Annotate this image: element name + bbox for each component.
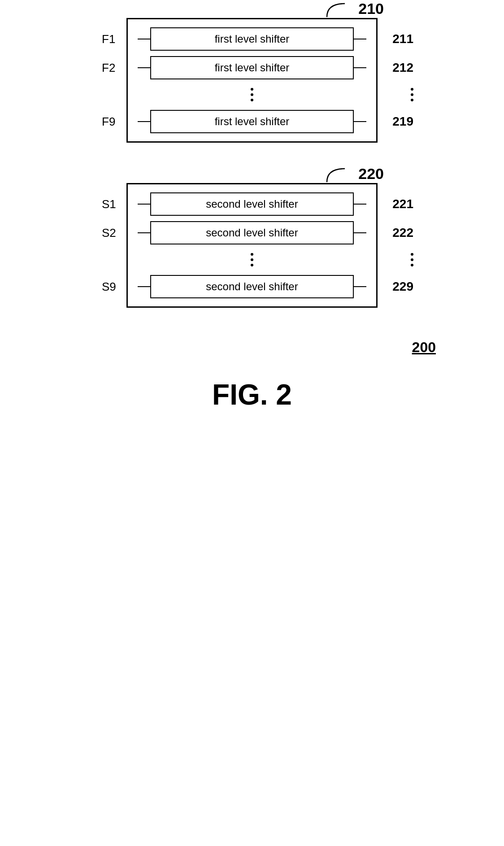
block-210-border: F1 first level shifter 211 F2 first leve…: [126, 18, 378, 143]
diagram-container: 210 F1 first level shifter 211 F2 first …: [50, 18, 454, 411]
left-line-s1: [138, 204, 150, 205]
dots-right-bottom: [411, 252, 413, 268]
shifter-row-211: F1 first level shifter 211: [138, 27, 366, 51]
group-label-curve-210: [322, 0, 358, 19]
shifter-box-219: first level shifter: [150, 110, 354, 133]
shifter-row-212: F2 first level shifter 212: [138, 56, 366, 79]
dot-1: [251, 88, 253, 91]
dots-center: [150, 85, 354, 105]
dots-center-b: [150, 250, 354, 270]
left-line-s2: [138, 232, 150, 233]
group-label-curve-220: [322, 164, 358, 184]
overall-label: 200: [412, 339, 436, 356]
output-label-221: 221: [392, 197, 413, 211]
right-line-222: [354, 232, 366, 233]
block-group-210: 210 F1 first level shifter 211 F2 first …: [126, 18, 378, 143]
shifter-row-222: S2 second level shifter 222: [138, 221, 366, 244]
right-line-212: [354, 67, 366, 68]
output-label-211: 211: [392, 32, 413, 46]
dot-r1: [411, 88, 413, 91]
left-line-s9: [138, 286, 150, 287]
input-label-s9: S9: [102, 280, 116, 294]
group-label-210-wrapper: 210: [322, 0, 384, 19]
left-line-f2: [138, 67, 150, 68]
output-label-212: 212: [392, 61, 413, 75]
dot-b3: [251, 264, 253, 266]
dot-r3: [411, 99, 413, 101]
fig-label-wrapper: FIG. 2: [212, 378, 292, 411]
block-group-220: 220 S1 second level shifter 221 S2 secon…: [126, 183, 378, 308]
block-220-label: 220: [358, 165, 384, 183]
shifter-row-229: S9 second level shifter 229: [138, 275, 366, 298]
overall-label-wrapper: 200: [412, 339, 436, 356]
input-label-s1: S1: [102, 197, 116, 211]
dot-3: [251, 99, 253, 101]
shifter-box-212: first level shifter: [150, 56, 354, 79]
output-label-229: 229: [392, 279, 413, 294]
output-label-222: 222: [392, 226, 413, 240]
dot-b2: [251, 258, 253, 261]
dot-rb2: [411, 258, 413, 261]
shifter-row-221: S1 second level shifter 221: [138, 192, 366, 216]
shifter-box-211: first level shifter: [150, 27, 354, 51]
dot-b1: [251, 253, 253, 256]
dots-row-bottom: [138, 250, 366, 270]
right-line-211: [354, 39, 366, 39]
dot-r2: [411, 93, 413, 96]
block-220-border: S1 second level shifter 221 S2 second le…: [126, 183, 378, 308]
block-210-label: 210: [358, 0, 384, 17]
output-label-219: 219: [392, 114, 413, 129]
right-line-221: [354, 204, 366, 205]
dot-rb1: [411, 253, 413, 256]
input-label-f9: F9: [102, 115, 115, 129]
dot-2: [251, 93, 253, 96]
shifter-box-221: second level shifter: [150, 192, 354, 216]
group-label-220-wrapper: 220: [322, 164, 384, 184]
left-line-f1: [138, 39, 150, 39]
shifter-box-229: second level shifter: [150, 275, 354, 298]
dots-row-top: [138, 85, 366, 105]
dots-right-top: [411, 87, 413, 103]
input-label-f1: F1: [102, 32, 115, 46]
fig-label: FIG. 2: [212, 379, 292, 411]
shifter-row-219: F9 first level shifter 219: [138, 110, 366, 133]
input-label-f2: F2: [102, 61, 115, 75]
shifter-box-222: second level shifter: [150, 221, 354, 244]
input-label-s2: S2: [102, 226, 116, 240]
dot-rb3: [411, 264, 413, 266]
right-line-219: [354, 121, 366, 122]
right-line-229: [354, 286, 366, 287]
left-line-f9: [138, 121, 150, 122]
